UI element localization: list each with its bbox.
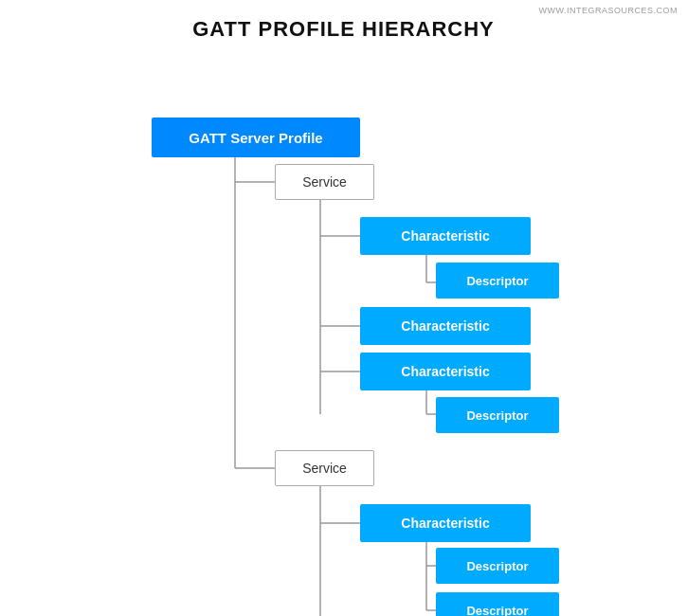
char1-box: Characteristic bbox=[360, 217, 531, 255]
char4-box: Characteristic bbox=[360, 504, 531, 542]
desc2-box: Descriptor bbox=[436, 397, 559, 433]
char3-box: Characteristic bbox=[360, 353, 531, 390]
service1-box: Service bbox=[275, 164, 374, 200]
char2-box: Characteristic bbox=[360, 307, 531, 345]
desc1-box: Descriptor bbox=[436, 263, 559, 299]
gatt-server-box: GATT Server Profile bbox=[152, 118, 360, 157]
desc3-box: Descriptor bbox=[436, 548, 559, 584]
service2-box: Service bbox=[275, 450, 374, 486]
desc4-box: Descriptor bbox=[436, 592, 559, 616]
diagram: GATT Server Profile Service Characterist… bbox=[0, 59, 687, 78]
watermark: WWW.INTEGRASOURCES.COM bbox=[539, 6, 678, 15]
page-title: GATT PROFILE HIERARCHY bbox=[0, 17, 687, 42]
